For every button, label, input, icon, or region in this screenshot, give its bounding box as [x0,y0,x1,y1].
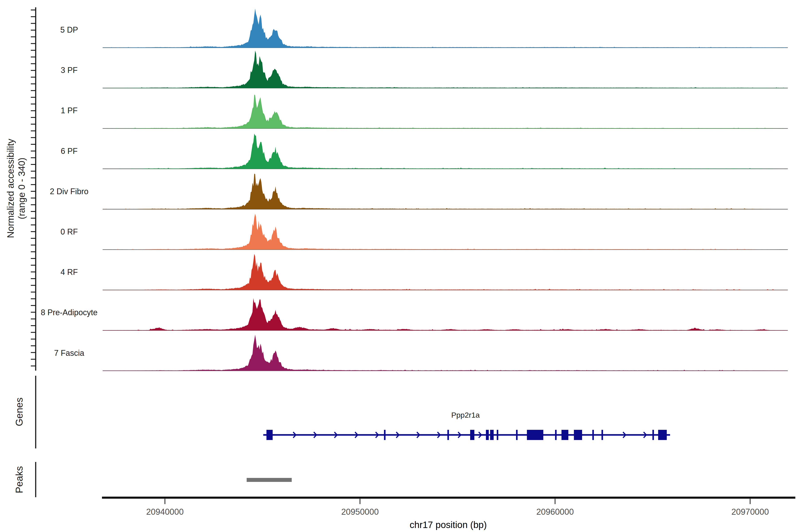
coverage-area-0-rf [102,214,788,250]
track-label: 7 Fascia [54,348,84,358]
track-label: 2 Div Fibro [50,187,89,196]
gene-exon [384,430,385,440]
coverage-area-7-fascia [102,335,788,371]
gene-name-label: Ppp2r1a [451,411,480,419]
gene-exon [516,430,518,440]
gene-exon [601,430,603,440]
gene-exon [562,430,568,440]
x-axis-tick-label: 20950000 [341,507,379,516]
track-labels: 5 DP3 PF1 PF6 PF2 Div Fibro0 RF4 RF8 Pre… [41,25,97,358]
accessibility-axis [31,7,36,370]
x-axis-tick-label: 20970000 [731,507,769,516]
coverage-area-2-div-fibro [102,174,788,209]
genomic-axis: 20940000209500002096000020970000 [102,498,795,516]
coverage-area-4-rf [102,254,788,290]
gene-exon [574,430,582,440]
genome-coverage-plot: 5 DP3 PF1 PF6 PF2 Div Fibro0 RF4 RF8 Pre… [0,0,798,532]
gene-model [36,376,670,449]
gene-exon [486,430,489,440]
track-label: 3 PF [61,65,78,75]
gene-exon [527,430,543,440]
track-label: 4 RF [60,268,78,277]
coverage-tracks [102,8,788,371]
y-axis-title-line2: (range 0 - 340) [16,158,27,219]
gene-exon [447,430,449,440]
gene-exon [658,430,667,440]
gene-exon [470,430,474,440]
x-axis-tick-label: 20960000 [536,507,574,516]
track-label: 1 PF [61,106,78,115]
x-axis-tick-label: 20940000 [146,507,184,516]
gene-exon [497,430,498,440]
coverage-plot-page: 5 DP3 PF1 PF6 PF2 Div Fibro0 RF4 RF8 Pre… [0,0,798,532]
coverage-area-1-pf [102,95,788,129]
gene-exon [592,430,594,440]
coverage-area-5-dp [102,8,788,48]
x-axis-title: chr17 position (bp) [410,519,487,530]
y-axis-title-line1: Normalized accessibility [5,139,16,238]
coverage-area-8-pre-adipocyte [102,298,788,330]
gene-exon [652,430,654,440]
peak-interval-bar [247,478,292,482]
track-label: 8 Pre-Adipocyte [41,308,97,317]
coverage-area-6-pf [102,134,788,169]
track-label: 5 DP [60,25,78,34]
peaks-track [36,462,292,497]
track-label: 0 RF [60,227,78,236]
track-label: 6 PF [61,147,78,156]
genes-panel-label: Genes [14,397,25,426]
gene-exon [490,430,494,440]
peaks-panel-label: Peaks [14,466,25,493]
gene-exon [555,430,557,440]
coverage-area-3-pf [102,51,788,88]
gene-exon [266,430,273,440]
